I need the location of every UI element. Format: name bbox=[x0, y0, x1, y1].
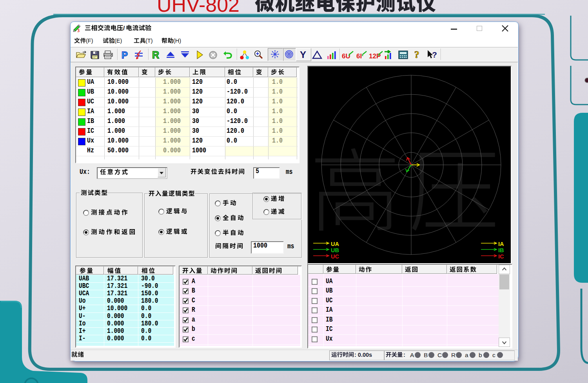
svg-text:?: ? bbox=[414, 49, 419, 60]
svg-text:?: ? bbox=[432, 50, 437, 59]
svg-text:3: 3 bbox=[77, 28, 80, 32]
svg-text:6I: 6I bbox=[356, 52, 362, 60]
svg-text:12P: 12P bbox=[369, 52, 381, 60]
svg-text:R: R bbox=[152, 50, 159, 60]
svg-text:6U: 6U bbox=[342, 52, 350, 60]
svg-text:P: P bbox=[122, 50, 128, 60]
svg-text:Y: Y bbox=[300, 49, 306, 60]
